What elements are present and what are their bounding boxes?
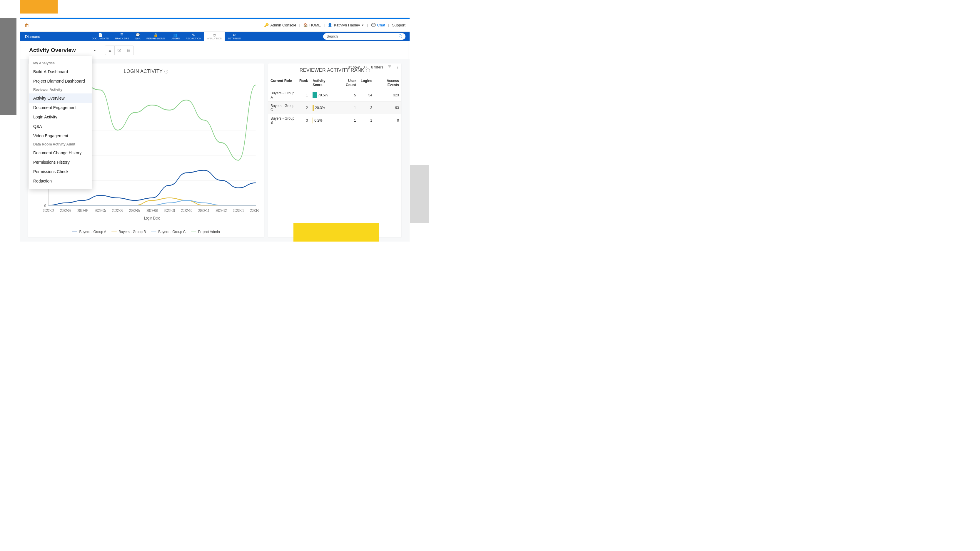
view-dropdown-panel: My AnalyticsBuild-A-DashboardProject Dia… — [29, 56, 92, 189]
separator: | — [299, 23, 300, 27]
admin-console-link[interactable]: 🔑Admin Console — [264, 23, 296, 27]
dropdown-item[interactable]: Build-A-Dashboard — [29, 67, 92, 76]
export-button[interactable] — [105, 46, 115, 55]
svg-rect-3 — [25, 27, 29, 27]
dropdown-item[interactable]: Activity Overview — [29, 94, 92, 103]
table-header[interactable]: Rank — [297, 77, 310, 89]
user-name: Kathryn Hadley — [334, 23, 360, 27]
nav-tab-users[interactable]: 👥USERS — [168, 32, 183, 41]
chat-icon: 💬 — [371, 23, 376, 27]
chart-title-text: LOGIN ACTIVITY — [124, 69, 162, 74]
dropdown-item[interactable]: Login Activity — [29, 112, 92, 122]
svg-text:2023-02: 2023-02 — [250, 208, 259, 213]
search-icon[interactable] — [398, 34, 402, 39]
legend-item[interactable]: Buyers - Group A — [72, 230, 106, 234]
tab-label: SETTINGS — [228, 37, 241, 40]
cell-rank: 3 — [297, 114, 310, 127]
score-value: 79.5% — [318, 93, 328, 97]
refresh-icon[interactable]: ↻ — [364, 65, 367, 69]
dropdown-item[interactable]: Q&A — [29, 122, 92, 131]
cell-logins: 3 — [358, 102, 375, 114]
dropdown-item[interactable]: Permissions History — [29, 157, 92, 167]
cell-events: 93 — [375, 102, 401, 114]
legend-item[interactable]: Project Admin — [191, 230, 220, 234]
home-label: HOME — [309, 23, 321, 27]
nav-tab-trackers[interactable]: ☰TRACKERS — [112, 32, 132, 41]
email-button[interactable] — [115, 46, 124, 55]
legend-label: Buyers - Group C — [158, 230, 186, 234]
tab-icon: ☰ — [120, 33, 124, 37]
filters-label: 8 filters — [371, 65, 383, 69]
svg-text:2022-03: 2022-03 — [60, 208, 72, 213]
rank-table: Current RoleRankActivity ScoreUser Count… — [268, 77, 401, 127]
cell-users: 1 — [337, 102, 358, 114]
cell-score: 20.3% — [310, 102, 337, 114]
dropdown-item[interactable]: Redaction — [29, 176, 92, 186]
view-dropdown-trigger[interactable]: Activity Overview ▲ — [29, 47, 96, 54]
info-icon[interactable]: i — [164, 70, 168, 73]
tab-icon: 👥 — [173, 33, 178, 37]
nav-tab-q&a[interactable]: 💬Q&A — [132, 32, 143, 41]
filter-icon[interactable] — [388, 65, 391, 70]
more-icon[interactable]: ⋮ — [396, 65, 399, 69]
legend-item[interactable]: Buyers - Group C — [151, 230, 186, 234]
dropdown-item[interactable]: Permissions Check — [29, 167, 92, 176]
table-header[interactable]: Activity Score — [310, 77, 337, 89]
nav-tab-redaction[interactable]: ✎REDACTION — [183, 32, 204, 41]
nav-tab-analytics[interactable]: ◔ANALYTICS — [204, 32, 224, 41]
updated-label: just now — [345, 65, 360, 69]
table-row: Buyers - Group B30.2%110 — [268, 114, 401, 127]
dropdown-item[interactable]: Video Engagement — [29, 131, 92, 140]
cell-role: Buyers - Group C — [268, 102, 297, 114]
user-icon: 👤 — [328, 23, 332, 27]
score-bar — [313, 92, 317, 98]
score-value: 20.3% — [315, 106, 325, 110]
decorative-block — [293, 223, 379, 241]
legend-item[interactable]: Buyers - Group B — [111, 230, 146, 234]
home-link[interactable]: 🏠HOME — [303, 23, 321, 27]
svg-text:2022-05: 2022-05 — [95, 208, 106, 213]
toolbar — [105, 46, 134, 55]
top-bar: 🔑Admin Console | 🏠HOME | 👤Kathryn Hadley… — [20, 19, 410, 32]
svg-rect-0 — [25, 25, 26, 27]
dropdown-item[interactable]: Project Diamond Dashboard — [29, 76, 92, 86]
dropdown-item[interactable]: Document Change History — [29, 148, 92, 157]
table-row: Buyers - Group A179.5%554323 — [268, 89, 401, 102]
page-title: Activity Overview — [29, 47, 76, 54]
dropdown-section-label: Data Room Activity Audit — [29, 140, 92, 148]
tab-label: DOCUMENTS — [92, 37, 109, 40]
nav-tab-documents[interactable]: 📄DOCUMENTS — [89, 32, 112, 41]
svg-rect-6 — [118, 49, 121, 51]
legend-swatch — [111, 232, 117, 232]
table-header[interactable]: User Count — [337, 77, 358, 89]
tab-label: REDACTION — [186, 37, 201, 40]
support-link[interactable]: Support — [392, 23, 406, 27]
chat-link[interactable]: 💬Chat — [371, 23, 385, 27]
reviewer-rank-card: REVIEWER ACTIVITY RANK i Current RoleRan… — [268, 64, 401, 237]
table-header[interactable]: Logins — [358, 77, 375, 89]
tab-label: USERS — [171, 37, 180, 40]
nav-tab-settings[interactable]: ⚙SETTINGS — [224, 32, 244, 41]
user-menu[interactable]: 👤Kathryn Hadley▼ — [328, 23, 364, 27]
search-input[interactable] — [323, 33, 406, 40]
page-header: Activity Overview ▲ My AnalyticsBuild-A-… — [21, 41, 409, 59]
list-button[interactable] — [124, 46, 134, 55]
nav-tab-permissions[interactable]: 🔒PERMISSIONS — [143, 32, 168, 41]
nav-tabs: 📄DOCUMENTS☰TRACKERS💬Q&A🔒PERMISSIONS👥USER… — [89, 32, 244, 41]
dropdown-section-label: Reviewer Activity — [29, 86, 92, 94]
svg-text:2022-06: 2022-06 — [112, 208, 123, 213]
tab-icon: 📄 — [98, 33, 103, 37]
cell-events: 323 — [375, 89, 401, 102]
cell-rank: 1 — [297, 89, 310, 102]
cell-logins: 54 — [358, 89, 375, 102]
score-bar — [313, 105, 314, 111]
svg-text:2022-02: 2022-02 — [43, 208, 54, 213]
tab-icon: 🔒 — [153, 33, 158, 37]
table-header[interactable]: Access Events — [375, 77, 401, 89]
table-row: Buyers - Group C220.3%1393 — [268, 102, 401, 114]
dropdown-item[interactable]: Document Engagement — [29, 103, 92, 112]
svg-rect-1 — [27, 25, 27, 27]
table-header[interactable]: Current Role — [268, 77, 297, 89]
svg-text:2022-08: 2022-08 — [146, 208, 158, 213]
separator: | — [324, 23, 325, 27]
